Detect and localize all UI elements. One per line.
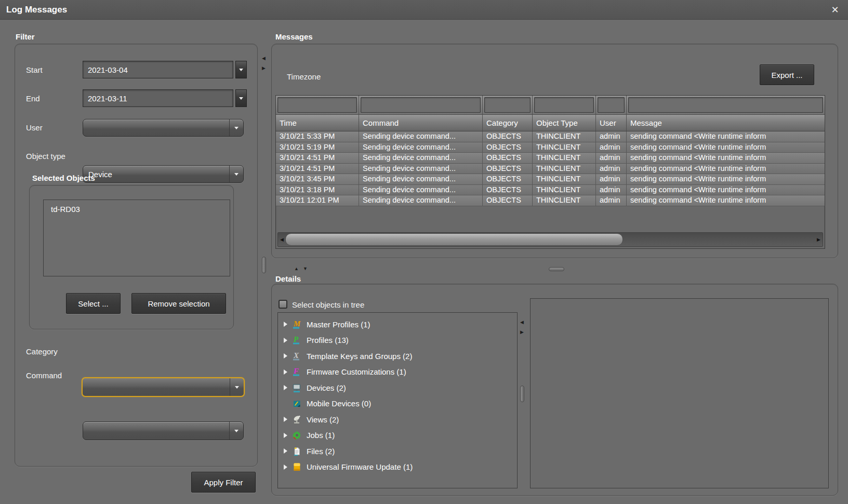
table-row[interactable]: 3/10/21 4:51 PM Sending device command..…: [276, 164, 825, 175]
select-objects-checkbox[interactable]: [279, 300, 287, 309]
cell-category: OBJECTS: [483, 174, 533, 184]
column-filter-object-type-input[interactable]: [534, 97, 594, 113]
object-type-combo[interactable]: Device: [83, 165, 244, 183]
table-row[interactable]: 3/10/21 5:19 PM Sending device command..…: [276, 142, 825, 153]
cell-command: Sending device command...: [359, 185, 483, 195]
list-item[interactable]: td-RD03: [44, 200, 230, 214]
cell-message: sending command <Write runtime inform: [627, 153, 825, 163]
column-filter-time-input[interactable]: [277, 97, 357, 113]
details-section-label: Details: [275, 274, 301, 283]
tree-item[interactable]: Files (2): [278, 443, 517, 459]
cell-object-type: THINCLIENT: [533, 185, 596, 195]
remove-selection-button[interactable]: Remove selection: [131, 293, 226, 314]
tree-item[interactable]: Devices (2): [278, 380, 517, 396]
table-row[interactable]: 3/10/21 12:01 PM Sending device command.…: [276, 195, 825, 206]
category-combo[interactable]: [82, 377, 245, 397]
close-icon[interactable]: ✕: [828, 4, 842, 16]
scroll-left-icon[interactable]: ◀: [278, 233, 286, 246]
svg-text:F: F: [293, 367, 299, 375]
table-filter-cell: [276, 96, 359, 114]
cell-time: 3/10/21 3:18 PM: [276, 185, 359, 195]
expander-icon[interactable]: [284, 448, 287, 454]
cell-user: admin: [596, 185, 627, 195]
end-label: End: [26, 94, 40, 103]
expander-icon[interactable]: [284, 338, 287, 343]
cell-command: Sending device command...: [359, 195, 483, 206]
cell-time: 3/10/21 12:01 PM: [276, 195, 359, 206]
collapse-left-icon[interactable]: ◀: [520, 320, 524, 325]
expander-icon[interactable]: [284, 465, 287, 470]
horizontal-scrollbar[interactable]: ◀ ▶: [277, 232, 823, 247]
chevron-down-icon[interactable]: [230, 378, 244, 396]
vertical-splitter-handle[interactable]: [262, 257, 266, 273]
cell-object-type: THINCLIENT: [533, 164, 596, 174]
window-title: Log Messages: [6, 5, 67, 15]
expander-icon[interactable]: [284, 417, 287, 422]
select-button[interactable]: Select ...: [66, 293, 121, 314]
expander-icon[interactable]: [284, 322, 287, 327]
column-filter-category-input[interactable]: [484, 97, 531, 113]
tree-item[interactable]: Jobs (1): [278, 428, 517, 444]
cell-user: admin: [596, 195, 627, 206]
tree-item[interactable]: M Master Profiles (1): [278, 316, 517, 333]
selected-objects-list[interactable]: td-RD03: [43, 200, 230, 276]
collapse-right-icon[interactable]: ▶: [520, 330, 524, 335]
collapse-left-icon[interactable]: ◀: [262, 56, 266, 61]
column-filter-user-input[interactable]: [598, 97, 625, 113]
start-date-dropdown-button[interactable]: [235, 61, 247, 78]
cell-category: OBJECTS: [483, 142, 533, 153]
end-date-field[interactable]: 2021-03-11: [83, 89, 233, 107]
column-header-time[interactable]: Time: [276, 115, 359, 131]
chevron-down-icon[interactable]: [229, 120, 243, 136]
views-icon: [292, 415, 302, 425]
object-type-label: Object type: [26, 152, 65, 161]
command-combo[interactable]: [83, 421, 244, 440]
table-row[interactable]: 3/10/21 3:45 PM Sending device command..…: [276, 174, 825, 185]
column-header-category[interactable]: Category: [483, 115, 533, 131]
tree-item[interactable]: Universal Firmware Update (1): [278, 459, 517, 475]
firmware-customizations-icon: F: [292, 367, 302, 377]
column-header-object-type[interactable]: Object Type: [533, 115, 596, 131]
table-row[interactable]: 3/10/21 4:51 PM Sending device command..…: [276, 153, 825, 164]
tree-item[interactable]: Views (2): [278, 412, 517, 428]
expander-icon[interactable]: [284, 433, 287, 438]
user-combo[interactable]: [83, 119, 244, 137]
tree-item[interactable]: P Profiles (13): [278, 333, 517, 349]
cell-message: sending command <Write runtime inform: [627, 185, 825, 195]
collapse-up-icon[interactable]: ▲: [294, 267, 299, 271]
svg-text:M: M: [293, 320, 301, 328]
table-filter-row: [276, 96, 825, 115]
filter-section-label: Filter: [16, 32, 35, 41]
end-date-dropdown-button[interactable]: [235, 89, 247, 107]
scroll-right-icon[interactable]: ▶: [815, 233, 823, 246]
end-date-value: 2021-03-11: [88, 94, 127, 103]
cell-category: OBJECTS: [483, 195, 533, 206]
column-header-user[interactable]: User: [596, 115, 627, 131]
collapse-down-icon[interactable]: ▼: [303, 267, 308, 271]
cell-command: Sending device command...: [359, 131, 483, 142]
details-splitter-handle[interactable]: [520, 386, 524, 402]
expander-icon[interactable]: [284, 353, 287, 359]
start-date-field[interactable]: 2021-03-04: [83, 61, 233, 78]
apply-filter-button[interactable]: Apply Filter: [191, 472, 256, 493]
tree-item[interactable]: X Template Keys and Groups (2): [278, 348, 517, 364]
cell-user: admin: [596, 153, 627, 163]
expander-icon[interactable]: [284, 369, 287, 375]
cell-category: OBJECTS: [483, 185, 533, 195]
column-filter-message-input[interactable]: [628, 97, 823, 113]
export-button[interactable]: Export ...: [760, 64, 814, 85]
scrollbar-thumb[interactable]: [285, 233, 623, 246]
table-row[interactable]: 3/10/21 3:18 PM Sending device command..…: [276, 185, 825, 196]
tree-item[interactable]: Mobile Devices (0): [278, 396, 517, 412]
expander-icon[interactable]: [284, 385, 287, 390]
table-row[interactable]: 3/10/21 5:33 PM Sending device command..…: [276, 131, 825, 142]
collapse-right-icon[interactable]: ▶: [262, 66, 266, 71]
column-filter-command-input[interactable]: [361, 97, 481, 113]
column-header-message[interactable]: Message: [627, 115, 825, 131]
column-header-command[interactable]: Command: [359, 115, 483, 131]
tree-item[interactable]: F Firmware Customizations (1): [278, 364, 517, 380]
cell-object-type: THINCLIENT: [533, 131, 596, 142]
chevron-down-icon[interactable]: [229, 166, 243, 182]
chevron-down-icon[interactable]: [229, 422, 243, 440]
horizontal-splitter-handle[interactable]: [549, 267, 564, 271]
